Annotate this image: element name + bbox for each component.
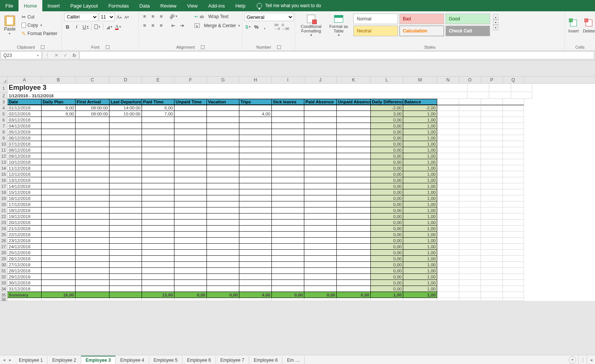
cell[interactable] (467, 93, 489, 99)
cell[interactable] (503, 213, 524, 220)
cell[interactable] (337, 213, 371, 220)
cell[interactable] (437, 232, 459, 238)
cell[interactable] (272, 238, 304, 244)
format-as-table-button[interactable]: Format as Table▾ (327, 13, 350, 38)
cell[interactable] (239, 213, 272, 220)
cell[interactable] (142, 123, 174, 129)
cell[interactable] (272, 256, 304, 262)
cell[interactable] (503, 153, 524, 159)
cell[interactable] (174, 226, 207, 232)
cell[interactable] (437, 189, 459, 195)
cell[interactable] (76, 183, 109, 189)
cell[interactable] (207, 244, 239, 250)
row-header-27[interactable]: 27 (0, 244, 8, 250)
cell[interactable] (109, 238, 142, 244)
cell[interactable] (239, 244, 272, 250)
increase-font-button[interactable]: A▴ (116, 14, 122, 20)
cell[interactable] (239, 183, 272, 189)
cell[interactable] (481, 244, 503, 250)
row-header-1[interactable]: 1 (0, 84, 8, 93)
cell[interactable] (142, 171, 174, 177)
cell[interactable]: 31/12/2018 (8, 286, 42, 292)
cell[interactable]: 1,00 (403, 268, 437, 274)
row-header-22[interactable]: 22 (0, 213, 8, 220)
cell[interactable] (445, 84, 467, 92)
row-header-21[interactable]: 21 (0, 207, 8, 213)
column-header-A[interactable]: A (8, 77, 42, 83)
cell[interactable] (481, 207, 503, 213)
cell[interactable]: 21/12/2018 (8, 226, 42, 232)
cell[interactable] (459, 232, 481, 238)
cell[interactable] (109, 159, 142, 165)
cell[interactable] (42, 213, 76, 220)
cell[interactable] (142, 159, 174, 165)
cell[interactable]: 0,00 (371, 147, 403, 153)
cell[interactable] (481, 123, 503, 129)
cell[interactable] (207, 238, 239, 244)
cell[interactable]: 12/12/2018 (8, 171, 42, 177)
row-header-8[interactable]: 8 (0, 129, 8, 135)
cell[interactable] (337, 232, 371, 238)
cell[interactable] (239, 135, 272, 141)
cell[interactable]: 1,00 (403, 256, 437, 262)
cell[interactable] (109, 165, 142, 171)
cell[interactable] (174, 213, 207, 220)
cell[interactable] (503, 171, 524, 177)
cell[interactable] (109, 189, 142, 195)
sheet-tab-employee-7[interactable]: Employee 7 (216, 356, 249, 364)
sheet-tab-employee-6[interactable]: Employee 6 (182, 356, 216, 364)
cell[interactable] (142, 183, 174, 189)
cell[interactable] (337, 226, 371, 232)
cell[interactable] (174, 232, 207, 238)
cell[interactable] (272, 244, 304, 250)
cell[interactable]: 05/12/2018 (8, 129, 42, 135)
cell[interactable]: Date (8, 99, 42, 105)
cell[interactable] (437, 256, 459, 262)
column-header-P[interactable]: P (481, 77, 503, 83)
cell[interactable] (459, 147, 481, 153)
cell[interactable]: 0,00 (371, 256, 403, 262)
cell[interactable] (239, 280, 272, 286)
cell[interactable]: 0,00 (371, 262, 403, 268)
cell[interactable] (481, 99, 503, 105)
cell[interactable] (481, 153, 503, 159)
cell[interactable] (239, 268, 272, 274)
cell[interactable]: 22/12/2018 (8, 232, 42, 238)
cell[interactable] (437, 213, 459, 220)
cell[interactable] (481, 268, 503, 274)
cell[interactable] (437, 298, 459, 301)
cell[interactable] (207, 286, 239, 292)
cell[interactable] (109, 123, 142, 129)
cell[interactable] (437, 286, 459, 292)
cell[interactable]: 24/12/2018 (8, 244, 42, 250)
cell[interactable] (459, 111, 481, 117)
cell[interactable] (42, 123, 76, 129)
cell[interactable] (239, 147, 272, 153)
cell[interactable] (459, 298, 481, 301)
cell[interactable] (207, 262, 239, 268)
cell[interactable] (337, 141, 371, 147)
cell[interactable] (239, 201, 272, 207)
ribbon-tab-data[interactable]: Data (134, 0, 155, 11)
cell[interactable] (459, 268, 481, 274)
cell[interactable] (142, 135, 174, 141)
cell[interactable] (174, 129, 207, 135)
cell[interactable] (142, 268, 174, 274)
cell[interactable] (76, 238, 109, 244)
cell[interactable]: 27/12/2018 (8, 262, 42, 268)
cell[interactable] (459, 280, 481, 286)
row-header-34[interactable]: 34 (0, 286, 8, 292)
sheet-tab-employee-4[interactable]: Employee 4 (116, 356, 149, 364)
cell[interactable] (174, 244, 207, 250)
cell[interactable] (76, 213, 109, 220)
cell[interactable] (437, 226, 459, 232)
column-header-F[interactable]: F (174, 77, 207, 83)
column-header-M[interactable]: M (403, 77, 437, 83)
row-header-32[interactable]: 32 (0, 274, 8, 280)
cell[interactable] (481, 135, 503, 141)
cell[interactable] (337, 280, 371, 286)
cell[interactable] (437, 123, 459, 129)
cell[interactable] (481, 129, 503, 135)
formula-enter-button[interactable]: ✓ (61, 52, 70, 58)
alignment-dialog-launcher[interactable] (201, 45, 205, 49)
